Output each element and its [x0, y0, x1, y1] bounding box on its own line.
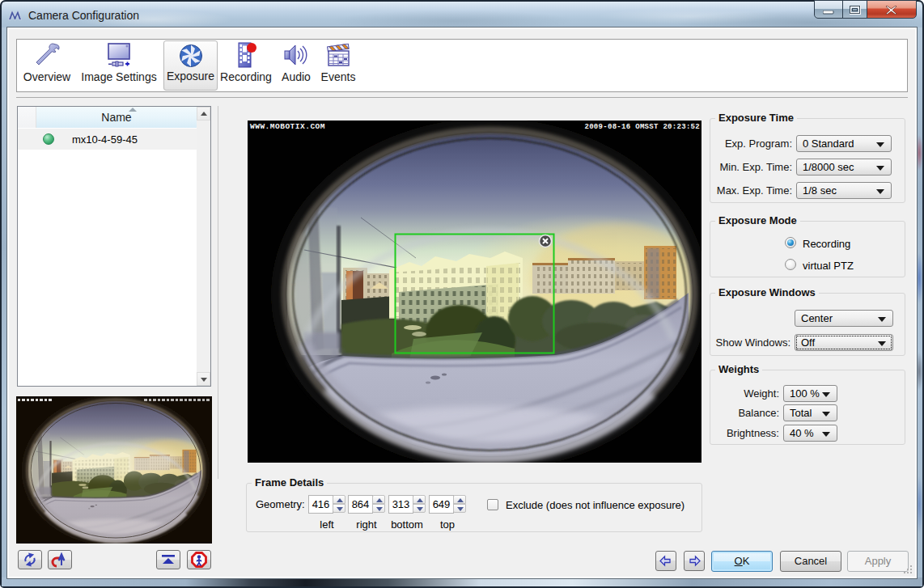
- svg-text:WWW.MOBOTIX.COM: WWW.MOBOTIX.COM: [250, 122, 325, 131]
- svg-text:2009-08-16 OMSST 20:23:52: 2009-08-16 OMSST 20:23:52: [584, 123, 700, 131]
